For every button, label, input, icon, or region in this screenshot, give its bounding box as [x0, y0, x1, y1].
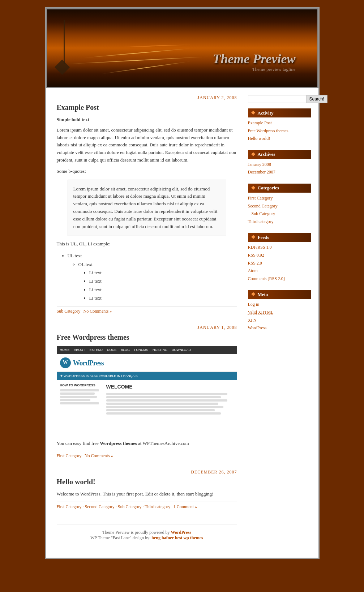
wp-nav-docs: DOCS — [107, 347, 116, 352]
post-li-list: Li text Li text Li text Li text — [89, 269, 237, 303]
footer-wordpress-link[interactable]: WordPress — [171, 530, 191, 535]
main-column: January 2, 2008 Example Post Simple bold… — [53, 95, 241, 550]
widget-feeds: ❖ Feeds RDF/RSS 1.0 RSS 0.92 RSS 2.0 Ato… — [248, 233, 311, 284]
activity-link-2[interactable]: Free Wordpress themes — [248, 127, 311, 135]
post-comments-2[interactable]: No Comments » — [85, 453, 113, 458]
list-item: Li text — [89, 269, 237, 277]
post-title-2[interactable]: Free Wordpress themes — [57, 333, 237, 342]
footer-line-1: Theme Preview is proudly powered by Word… — [57, 530, 237, 535]
list-item: Li text — [89, 277, 237, 285]
post-title-1[interactable]: Example Post — [57, 103, 237, 112]
feed-link-4[interactable]: Atom — [248, 267, 311, 275]
category-link-4[interactable]: Third category — [248, 218, 311, 226]
feed-link-3[interactable]: RSS 2.0 — [248, 259, 311, 267]
post-content-1: Simple bold text Lorem ipsum dolor sit a… — [57, 116, 237, 303]
post-content-2: HOME ABOUT EXTEND DOCS BLOG FORUMS HOSTI… — [57, 346, 237, 447]
post-bquote-label: Some b-quotes: — [57, 168, 237, 175]
post-example: January 2, 2008 Example Post Simple bold… — [57, 95, 237, 314]
category-link-1[interactable]: First Category — [248, 194, 311, 202]
widget-title-feeds: ❖ Feeds — [248, 233, 311, 242]
post-category-1[interactable]: Sub Category — [57, 309, 81, 314]
post-content-3: Welcome to WordPress. This is your first… — [57, 490, 237, 498]
site-title: Theme Preview — [213, 51, 296, 67]
widget-content-meta: Log in Valid XHTML XFN WordPress — [248, 299, 311, 334]
post-date-2: January 1, 2008 — [57, 325, 237, 330]
widget-content-categories: First Category Second Category Sub Categ… — [248, 193, 311, 227]
widget-content-archives: January 2008 December 2007 — [248, 159, 311, 178]
wp-nav-blog: BLOG — [121, 347, 130, 352]
footer-credit: Theme Preview is proudly powered by Word… — [57, 524, 237, 541]
wp-welcome-text: WELCOME — [106, 383, 234, 391]
meta-link-2[interactable]: Valid XHTML — [248, 309, 311, 317]
widget-icon-meta: ❖ — [251, 291, 256, 297]
meta-link-4[interactable]: WordPress — [248, 324, 311, 332]
widget-archives: ❖ Archives January 2008 December 2007 — [248, 150, 311, 178]
inner-wrapper: Theme Preview Theme preview tagline Janu… — [45, 7, 320, 559]
wp-logo-circle: W — [60, 357, 71, 368]
widget-icon-categories: ❖ — [251, 185, 256, 191]
search-button[interactable]: Search! — [307, 95, 327, 103]
wp-logo-text: WordPress — [73, 357, 104, 369]
wp-screenshot: HOME ABOUT EXTEND DOCS BLOG FORUMS HOSTI… — [57, 346, 237, 436]
post-body-3: Welcome to WordPress. This is your first… — [57, 490, 237, 498]
post-bold-2: Wordpress themes — [100, 441, 137, 446]
list-item: Li text — [89, 294, 237, 302]
widget-icon-activity: ❖ — [251, 110, 256, 116]
widget-title-categories: ❖ Categories — [248, 184, 311, 193]
archive-link-1[interactable]: January 2008 — [248, 161, 311, 169]
content-wrap: January 2, 2008 Example Post Simple bold… — [46, 88, 318, 558]
post-meta-1: Sub Category | No Comments » — [57, 306, 237, 314]
wp-content-area: HOW TO WORDPRESS WELCOME — [57, 380, 237, 436]
category-link-3[interactable]: Sub Category — [248, 210, 311, 218]
post-ol: OL text Li text Li text Li text Li text — [78, 260, 237, 303]
sidebar: Search! ❖ Activity Example Post Free Wor… — [248, 95, 311, 550]
list-item: Li text — [89, 286, 237, 294]
post-separator — [57, 314, 237, 325]
widget-icon-feeds: ❖ — [251, 234, 256, 240]
wp-nav-forums: FORUMS — [134, 347, 148, 352]
list-item-ol: OL text — [78, 260, 237, 269]
post-title-3[interactable]: Hello world! — [57, 478, 237, 486]
post-bold-label: Simple bold text — [57, 116, 237, 124]
activity-link-1[interactable]: Example Post — [248, 119, 311, 127]
wp-nav-about: ABOUT — [74, 347, 85, 352]
post-meta-3: First Category · Second Category · Sub C… — [57, 502, 237, 510]
meta-link-3[interactable]: XFN — [248, 317, 311, 325]
category-link-2[interactable]: Second Category — [248, 202, 311, 210]
feed-link-5[interactable]: Comments [RSS 2.0] — [248, 275, 311, 283]
wp-nav-extend: EXTEND — [90, 347, 103, 352]
site-header: Theme Preview Theme preview tagline — [46, 8, 318, 88]
post-categories-3[interactable]: First Category · Second Category · Sub C… — [57, 504, 171, 509]
widget-activity: ❖ Activity Example Post Free Wordpress t… — [248, 108, 311, 145]
archive-link-2[interactable]: December 2007 — [248, 168, 311, 176]
feed-link-1[interactable]: RDF/RSS 1.0 — [248, 244, 311, 252]
footer-line-2: WP Theme "Fast Lane" design by: beng haf… — [57, 535, 237, 541]
activity-link-3[interactable]: Hello world! — [248, 135, 311, 143]
wp-nav-bar: HOME ABOUT EXTEND DOCS BLOG FORUMS HOSTI… — [57, 346, 237, 354]
search-form: Search! — [248, 95, 311, 103]
post-list-1: UL text OL text Li text Li text Li text … — [68, 252, 237, 302]
post-list-label: This is UL, OL, LI example: — [57, 240, 237, 248]
post-comments-3[interactable]: 1 Comment » — [174, 504, 197, 509]
wp-nav-hosting: HOSTING — [153, 347, 167, 352]
post-category-2[interactable]: First Category — [57, 453, 82, 458]
post-body-2: You can easy find free Wordpress themes … — [57, 440, 237, 447]
post-separator-2 — [57, 459, 237, 469]
widget-title-archives: ❖ Archives — [248, 150, 311, 159]
widget-title-activity: ❖ Activity — [248, 108, 311, 117]
meta-link-1[interactable]: Log in — [248, 301, 311, 309]
post-comments-1[interactable]: No Comments » — [83, 309, 112, 314]
post-body-1: Lorem ipsum dolor sit amet, consectetur … — [57, 126, 237, 164]
footer-designer-link[interactable]: beng hafner best wp themes — [151, 535, 203, 540]
post-meta-2: First Category | No Comments » — [57, 451, 237, 459]
outer-wrapper: Theme Preview Theme preview tagline Janu… — [0, 0, 364, 566]
post-hello: December 26, 2007 Hello world! Welcome t… — [57, 469, 237, 510]
search-input[interactable] — [248, 95, 307, 103]
wp-logo-area: W WordPress — [57, 354, 237, 372]
wp-left-col: HOW TO WORDPRESS — [60, 383, 103, 433]
wp-nav-home: HOME — [60, 347, 70, 352]
feed-link-2[interactable]: RSS 0.92 — [248, 252, 311, 259]
header-inner: Theme Preview Theme preview tagline — [213, 51, 296, 72]
post-date-1: January 2, 2008 — [57, 95, 237, 100]
post-date-3: December 26, 2007 — [57, 469, 237, 475]
